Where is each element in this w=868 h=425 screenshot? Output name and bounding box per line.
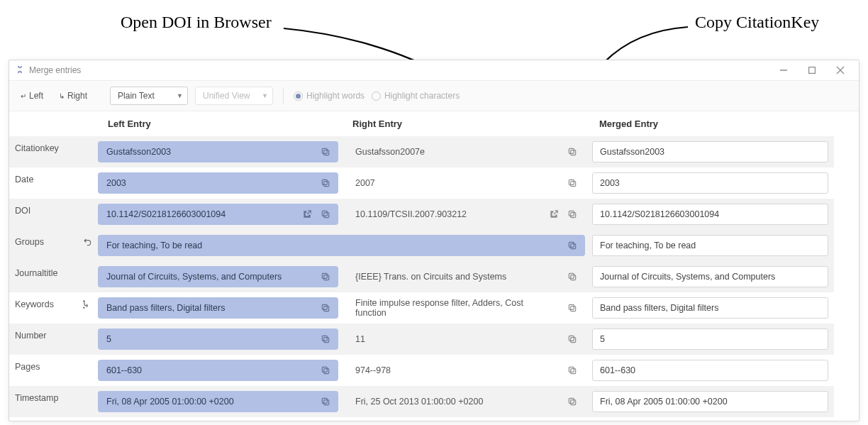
header-merged: Merged Entry <box>589 111 834 136</box>
window-minimize-button[interactable] <box>769 62 798 79</box>
copy-icon[interactable] <box>565 145 579 159</box>
merged-timestamp-input[interactable] <box>592 391 828 412</box>
copy-icon[interactable] <box>565 301 579 315</box>
window-maximize-button[interactable] <box>798 62 826 79</box>
right-number-cell[interactable]: 11 <box>347 329 585 350</box>
copy-icon[interactable] <box>565 176 579 190</box>
svg-rect-12 <box>569 211 574 216</box>
merge-entries-window: Merge entries ↵ Left ↳ Right Plain Text … <box>9 60 859 421</box>
copy-icon[interactable] <box>565 207 579 221</box>
highlight-chars-radio[interactable]: Highlight characters <box>372 91 460 101</box>
chevron-down-icon: ▼ <box>177 92 183 99</box>
right-pages-cell[interactable]: 974--978 <box>347 360 585 381</box>
copy-icon[interactable] <box>318 301 333 315</box>
chevron-down-icon: ▼ <box>262 92 268 99</box>
svg-rect-32 <box>569 367 574 372</box>
left-journaltitle-cell[interactable]: Journal of Circuits, Systems, and Comput… <box>98 266 338 287</box>
svg-rect-36 <box>569 398 574 403</box>
svg-rect-25 <box>324 338 329 343</box>
copy-icon[interactable] <box>565 363 579 377</box>
highlight-words-label: Highlight words <box>306 91 365 101</box>
radio-dot-icon <box>372 92 381 101</box>
svg-rect-3 <box>571 150 576 155</box>
left-number-value: 5 <box>106 334 111 344</box>
left-doi-cell[interactable]: 10.1142/S0218126603001094 <box>98 204 338 225</box>
copy-icon[interactable] <box>318 332 333 346</box>
merged-keywords-input[interactable] <box>592 297 828 319</box>
left-number-cell[interactable]: 5 <box>98 329 338 350</box>
svg-point-20 <box>83 307 84 309</box>
field-label-journaltitle: Journaltitle <box>9 261 98 292</box>
svg-rect-5 <box>324 182 329 187</box>
copy-icon[interactable] <box>318 145 333 159</box>
open-link-icon[interactable] <box>547 207 561 221</box>
svg-rect-1 <box>324 150 329 155</box>
copy-icon[interactable] <box>565 332 579 346</box>
left-pages-cell[interactable]: 601--630 <box>98 360 338 381</box>
header-blank <box>9 111 98 136</box>
merged-groups-input[interactable] <box>592 235 828 256</box>
header-right: Right Entry <box>343 111 589 136</box>
right-doi-cell[interactable]: 10.1109/TCSII.2007.903212 <box>347 204 585 225</box>
left-keywords-cell[interactable]: Band pass filters, Digital filters <box>98 297 338 319</box>
right-timestamp-value: Fri, 25 Oct 2013 01:00:00 +0200 <box>355 397 483 407</box>
svg-rect-16 <box>322 273 327 278</box>
svg-rect-21 <box>324 307 329 311</box>
right-journaltitle-cell[interactable]: {IEEE} Trans. on Circuits and Systems <box>347 266 585 287</box>
svg-rect-31 <box>571 369 576 374</box>
svg-rect-26 <box>322 336 327 341</box>
undo-icon[interactable] <box>82 237 92 249</box>
copy-icon[interactable] <box>565 270 579 284</box>
copy-icon[interactable] <box>318 363 333 377</box>
merged-number-input[interactable] <box>592 329 828 350</box>
merged-pages-input[interactable] <box>592 360 828 381</box>
right-keywords-cell[interactable]: Finite impulse response filter, Adders, … <box>347 297 585 319</box>
left-date-cell[interactable]: 2003 <box>98 172 338 194</box>
merged-doi-input[interactable] <box>592 204 828 225</box>
use-left-button[interactable]: ↵ Left <box>16 89 48 103</box>
copy-icon[interactable] <box>318 394 333 409</box>
open-link-icon[interactable] <box>300 207 314 221</box>
groups-merged-pill[interactable]: For teaching, To be read <box>98 235 585 256</box>
right-citationkey-cell[interactable]: Gustafsson2007e <box>347 141 585 162</box>
left-doi-value: 10.1142/S0218126603001094 <box>106 209 226 219</box>
copy-icon[interactable] <box>318 270 333 284</box>
copy-icon[interactable] <box>318 207 333 221</box>
svg-rect-0 <box>809 67 816 74</box>
svg-rect-34 <box>322 398 327 403</box>
right-date-cell[interactable]: 2007 <box>347 172 585 194</box>
left-timestamp-cell[interactable]: Fri, 08 Apr 2005 01:00:00 +0200 <box>98 391 338 412</box>
merged-date-input[interactable] <box>592 172 828 194</box>
left-pages-value: 601--630 <box>106 365 142 375</box>
field-label-doi: DOI <box>9 199 98 230</box>
svg-rect-13 <box>571 244 576 249</box>
merged-citationkey-input[interactable] <box>592 141 828 162</box>
copy-icon[interactable] <box>565 394 579 409</box>
right-timestamp-cell[interactable]: Fri, 25 Oct 2013 01:00:00 +0200 <box>347 391 585 412</box>
copy-icon[interactable] <box>318 176 333 190</box>
svg-rect-23 <box>571 307 576 311</box>
merge-icon[interactable] <box>82 299 92 311</box>
field-label-timestamp: Timestamp <box>9 386 98 417</box>
highlight-chars-label: Highlight characters <box>384 91 460 101</box>
svg-rect-15 <box>324 275 329 280</box>
copy-icon[interactable] <box>565 238 579 253</box>
left-journaltitle-value: Journal of Circuits, Systems, and Comput… <box>106 272 282 282</box>
radio-dot-icon <box>294 92 303 101</box>
diff-mode-select[interactable]: Plain Text ▼ <box>110 87 188 105</box>
view-mode-select[interactable]: Unified View ▼ <box>195 87 273 105</box>
arrow-right-icon: ↳ <box>59 92 65 100</box>
svg-rect-11 <box>571 213 576 218</box>
left-citationkey-cell[interactable]: Gustafsson2003 <box>98 141 338 162</box>
merged-journaltitle-input[interactable] <box>592 266 828 287</box>
right-citationkey-value: Gustafsson2007e <box>355 147 425 157</box>
svg-rect-8 <box>569 180 574 184</box>
window-close-button[interactable] <box>826 62 855 79</box>
field-label-pages: Pages <box>9 355 98 386</box>
use-right-button[interactable]: ↳ Right <box>55 89 91 103</box>
annotation-copy-key: Copy CitationKey <box>695 13 819 32</box>
highlight-words-radio[interactable]: Highlight words <box>294 91 365 101</box>
field-label-keywords: Keywords <box>9 292 98 324</box>
field-label-number: Number <box>9 324 98 355</box>
merge-toolbar: ↵ Left ↳ Right Plain Text ▼ Unified View… <box>9 80 859 111</box>
